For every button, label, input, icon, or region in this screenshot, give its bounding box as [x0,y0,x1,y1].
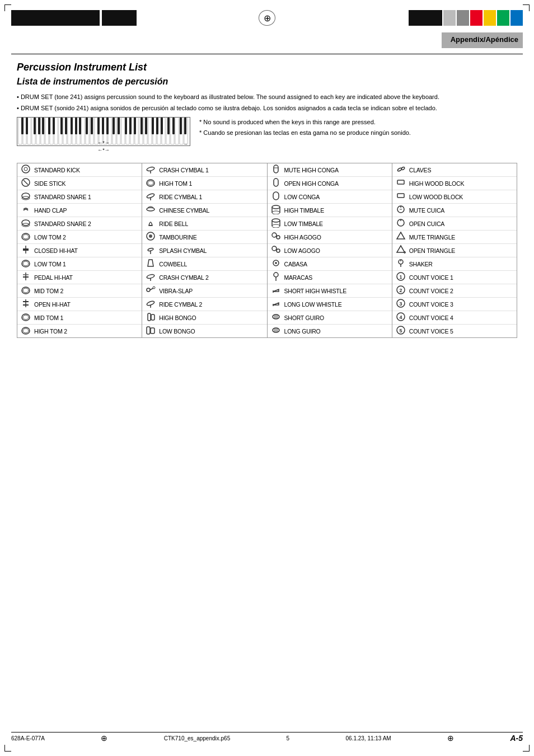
instrument-row: CRASH CYMBAL 1 [142,163,266,177]
instrument-name: CHINESE CYMBAL [159,207,209,214]
instrument-row: HIGH WOOD BLOCK [392,177,517,190]
instrument-icon-short_hi_whistle [270,285,282,297]
svg-rect-50 [79,118,81,134]
instrument-row: LOW BONGO [142,325,266,337]
svg-rect-36 [175,118,179,144]
footer-page-mid: 5 [287,735,290,741]
instrument-icon-maracas [270,271,282,283]
instrument-name: HIGH AGOGO [284,234,321,241]
instrument-name: STANDARD SNARE 1 [34,194,91,200]
footer: 628A-E-077A ⊕ CTK710_es_appendix.p65 5 0… [11,734,523,743]
instrument-icon-low_tom1 [20,258,32,270]
instrument-row: MID TOM 1 [17,311,142,325]
svg-rect-24 [121,118,125,144]
instrument-icon-side_stick [20,177,32,189]
instrument-row: CHINESE CYMBAL [142,204,266,217]
svg-rect-63 [152,118,154,134]
instrument-icon-low_tom2 [20,231,32,243]
instrument-row: SHAKER [392,257,517,271]
svg-point-72 [24,167,27,171]
instrument-name: LOW CONGA [284,194,320,200]
svg-point-80 [23,234,29,239]
color-block-red [470,10,483,26]
svg-text:5: 5 [399,328,402,334]
color-block-gray1 [443,10,456,26]
svg-point-129 [272,219,280,222]
instrument-name: RIDE BELL [159,220,188,227]
instrument-icon-ride_cym2 [144,298,157,310]
instrument-row: HAND CLAP [17,204,142,217]
instrument-name: LOW BONGO [159,328,195,335]
instrument-icon-open_hi_conga [270,177,282,189]
instruments-grid: STANDARD KICKSIDE STICKSTANDARD SNARE 1H… [17,163,517,338]
instrument-name: HIGH TOM 1 [159,180,192,187]
instrument-row: LOW CONGA [268,190,392,204]
instrument-name: RIDE CYMBAL 1 [159,194,202,200]
svg-rect-40 [26,118,28,134]
svg-rect-59 [129,118,132,134]
top-compass-icon: ⊕ [259,10,275,26]
instrument-name: OPEN CUICA [409,220,444,227]
instrument-icon-mute_hi_conga [270,164,282,176]
svg-rect-53 [97,118,100,134]
instrument-icon-snare1 [20,191,32,203]
instrument-row: OPEN CUICA [392,217,517,231]
instrument-name: MUTE HIGH CONGA [284,167,339,173]
instrument-name: LOW TIMBALE [284,220,323,227]
instrument-icon-snare2 [20,218,32,229]
svg-marker-165 [397,246,405,252]
svg-rect-54 [102,118,104,134]
svg-rect-121 [274,165,278,173]
svg-rect-41 [34,118,36,134]
instrument-row: LONG LOW WHISTLE [268,298,392,311]
svg-rect-58 [125,118,127,134]
keyboard-notes: * No sound is produced when the keys in … [199,117,517,138]
svg-rect-120 [151,328,154,334]
svg-line-74 [24,180,28,185]
instrument-icon-open_cuica [395,218,407,229]
instrument-icon-short_guiro [270,312,282,323]
svg-point-97 [23,328,29,333]
instrument-name: LONG LOW WHISTLE [284,301,342,308]
top-bar-left-black2 [102,10,137,26]
instrument-name: LOW TOM 2 [34,234,66,241]
instrument-icon-low_wood_block [395,191,407,203]
instrument-row: 2COUNT VOICE 2 [392,284,517,298]
svg-point-75 [22,193,30,199]
svg-point-136 [272,246,277,251]
instrument-name: SIDE STICK [34,180,65,187]
instrument-name: STANDARD KICK [34,167,80,173]
footer-code: 628A-E-077A [11,735,45,741]
instrument-row: LONG GUIRO [268,325,392,337]
svg-rect-39 [21,118,24,134]
instrument-icon-open_triangle [395,245,407,256]
instrument-row: HIGH AGOGO [268,231,392,244]
svg-point-132 [272,224,280,228]
bullet1-en: • DRUM SET (tone 241) assigns percussion… [17,92,517,102]
instrument-row: CLAVES [392,163,517,177]
top-bar-right [409,10,523,26]
svg-rect-49 [75,118,77,134]
corner-bl [4,745,11,752]
instrument-name: MID TOM 2 [34,288,63,294]
instrument-row: OPEN HI-HAT [17,298,142,311]
instrument-name: COUNT VOICE 5 [409,328,453,335]
instrument-name: OPEN HI-HAT [34,301,71,308]
svg-rect-65 [161,118,163,134]
instrument-icon-long_low_whistle [270,298,282,310]
instrument-name: MUTE CUICA [409,207,444,214]
instrument-icon-splash_cym [144,245,157,256]
instrument-icon-count_voice5: 5 [395,325,407,337]
instrument-name: LONG GUIRO [284,328,321,335]
instrument-row: MUTE TRIANGLE [392,231,517,244]
svg-point-112 [147,288,150,292]
instrument-icon-mute_triangle [395,231,407,243]
svg-point-133 [272,233,277,237]
svg-point-140 [275,262,277,264]
svg-rect-117 [148,313,151,321]
svg-rect-45 [53,118,55,134]
svg-text:1: 1 [399,274,402,280]
instrument-name: COUNT VOICE 2 [409,288,453,294]
svg-rect-57 [118,118,120,134]
instrument-icon-claves [395,164,407,176]
